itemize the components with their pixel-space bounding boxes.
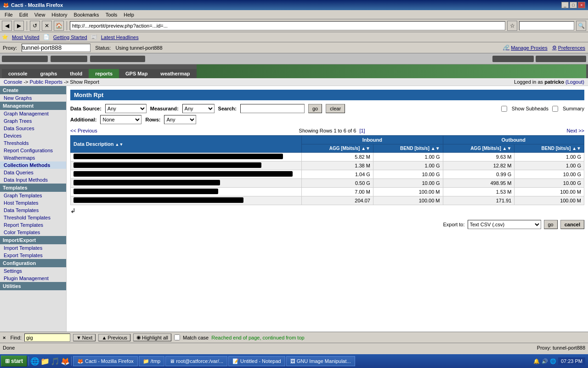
taskbar-gimp[interactable]: 🖼 GNU Image Manipulat...: [286, 356, 355, 366]
sidebar-item-weathermaps[interactable]: Weathermaps: [0, 154, 66, 161]
measureand-select[interactable]: Any: [182, 104, 215, 113]
stop-button[interactable]: ✕: [42, 21, 52, 31]
sidebar-item-report-templates[interactable]: Report Templates: [0, 221, 66, 229]
menu-file[interactable]: File: [2, 12, 16, 18]
menu-tools[interactable]: Tools: [103, 12, 120, 18]
sidebar-section-create[interactable]: Create: [0, 86, 66, 94]
forward-button[interactable]: ▶: [14, 21, 24, 31]
search-go-button[interactable]: 🔍: [576, 21, 586, 31]
find-input[interactable]: [24, 334, 70, 342]
sidebar-item-new-graphs[interactable]: New Graphs: [0, 94, 66, 102]
start-button[interactable]: ⊞ start: [1, 356, 27, 367]
sidebar-item-graph-management[interactable]: Graph Management: [0, 110, 66, 117]
sidebar-item-data-sources[interactable]: Data Sources: [0, 125, 66, 132]
tab-graphs[interactable]: graphs: [34, 69, 64, 78]
quicklaunch-firefox[interactable]: 🦊: [61, 357, 70, 366]
proxy-input[interactable]: [22, 44, 90, 52]
manage-proxies-link[interactable]: 🔗 Manage Proxies: [503, 45, 548, 51]
logout-link[interactable]: (Logout): [565, 79, 584, 85]
next-link[interactable]: Next >>: [566, 128, 584, 133]
reload-button[interactable]: ↺: [30, 21, 40, 31]
highlight-all-button[interactable]: ◉ Highlight all: [133, 334, 171, 341]
sidebar-item-thresholds[interactable]: Thresholds: [0, 139, 66, 147]
sidebar-section-templates[interactable]: Templates: [0, 184, 66, 192]
sidebar-item-host-templates[interactable]: Host Templates: [0, 199, 66, 207]
quicklaunch-folder[interactable]: 📁: [40, 357, 50, 366]
cell-agg-out: 9.63 M: [443, 153, 514, 161]
minimize-button[interactable]: _: [561, 2, 569, 8]
maximize-button[interactable]: □: [570, 2, 577, 8]
sidebar-item-collection-methods[interactable]: Collection Methods: [0, 161, 66, 169]
summary-checkbox[interactable]: [552, 106, 558, 112]
search-box[interactable]: [519, 21, 574, 30]
additional-select[interactable]: None: [100, 115, 141, 124]
sort-description-icon[interactable]: ▲▼: [115, 142, 123, 147]
taskbar-firefox[interactable]: 🦊 Cacti - Mozilla Firefox: [73, 356, 138, 366]
sidebar-item-graph-templates[interactable]: Graph Templates: [0, 192, 66, 199]
menu-bookmarks[interactable]: Bookmarks: [71, 12, 102, 18]
sidebar-item-data-input-methods[interactable]: Data Input Methods: [0, 176, 66, 184]
export-go-button[interactable]: go: [544, 220, 558, 229]
preferences-link[interactable]: ⚙ Preferences: [552, 45, 585, 51]
tab-thold[interactable]: thold: [63, 69, 89, 78]
find-prev-button[interactable]: ▲ Previous: [98, 334, 130, 341]
sidebar-item-report-configs[interactable]: Report Configurations: [0, 147, 66, 154]
clear-button[interactable]: clear: [326, 104, 345, 113]
find-next-button[interactable]: ▼ Next: [73, 334, 96, 341]
sidebar-section-import-export[interactable]: Import/Export: [0, 236, 66, 244]
prev-link[interactable]: << Previous: [70, 128, 97, 133]
sidebar-item-devices[interactable]: Devices: [0, 132, 66, 139]
bookmark-most-visited[interactable]: Most Visited: [12, 34, 40, 40]
sidebar-item-plugin-management[interactable]: Plugin Management: [0, 275, 66, 282]
breadcrumb-public-reports[interactable]: Public Reports: [30, 79, 63, 85]
data-source-select[interactable]: Any: [105, 104, 147, 113]
th-bend-in[interactable]: BEND [bits/s] ▲▼: [373, 144, 443, 153]
menu-view[interactable]: View: [32, 12, 48, 18]
sidebar-section-utilities[interactable]: Utilities: [0, 282, 66, 290]
sidebar-item-data-queries[interactable]: Data Queries: [0, 169, 66, 176]
menu-history[interactable]: History: [49, 12, 70, 18]
back-button[interactable]: ◀: [2, 21, 12, 31]
taskbar-notepad[interactable]: 📝 Untitled - Notepad: [228, 356, 285, 366]
tab-console[interactable]: console: [2, 69, 34, 78]
breadcrumb-console[interactable]: Console: [4, 79, 22, 85]
sidebar-item-graph-trees[interactable]: Graph Trees: [0, 117, 66, 125]
tab-weathermap[interactable]: weathermap: [154, 69, 196, 78]
sidebar-section-configuration[interactable]: Configuration: [0, 259, 66, 267]
export-select[interactable]: Text CSV (.csv) XML HTML: [468, 220, 541, 229]
home-button[interactable]: 🏠: [54, 21, 64, 31]
sidebar-item-data-templates[interactable]: Data Templates: [0, 207, 66, 214]
star-button[interactable]: ☆: [507, 21, 517, 31]
th-description[interactable]: Data Description ▲▼: [71, 136, 302, 153]
sidebar-item-color-templates[interactable]: Color Templates: [0, 229, 66, 236]
th-bend-out[interactable]: BEND [bits/s] ▲▼: [514, 144, 584, 153]
quicklaunch-ie[interactable]: 🌐: [30, 357, 40, 366]
menu-edit[interactable]: Edit: [17, 12, 31, 18]
search-input[interactable]: [240, 104, 305, 113]
bookmark-getting-started[interactable]: Getting Started: [53, 34, 87, 40]
tab-gps-map[interactable]: GPS Map: [119, 69, 154, 78]
th-agg-in[interactable]: AGG [Mbits/s] ▲▼: [302, 144, 373, 153]
bookmark-latest-headlines[interactable]: Latest Headlines: [101, 34, 139, 40]
sidebar-item-import-templates[interactable]: Import Templates: [0, 244, 66, 252]
tab-reports[interactable]: reports: [89, 69, 119, 78]
additional-label: Additional:: [70, 117, 96, 122]
show-subheads-checkbox[interactable]: [501, 106, 507, 112]
sidebar-item-threshold-templates[interactable]: Threshold Templates: [0, 214, 66, 221]
export-cancel-button[interactable]: cancel: [560, 220, 584, 229]
go-button[interactable]: go: [308, 104, 322, 113]
menu-help[interactable]: Help: [121, 12, 137, 18]
close-button[interactable]: ×: [578, 2, 585, 8]
sidebar-item-settings[interactable]: Settings: [0, 267, 66, 275]
sidebar-item-export-templates[interactable]: Export Templates: [0, 252, 66, 259]
address-bar[interactable]: [70, 21, 505, 30]
rows-select[interactable]: Any: [164, 115, 196, 124]
find-close-button[interactable]: ×: [3, 335, 6, 340]
sidebar-section-management[interactable]: Management: [0, 102, 66, 110]
quicklaunch-media[interactable]: 🎵: [51, 357, 60, 366]
th-agg-out[interactable]: AGG [Mbits/s] ▲▼: [443, 144, 514, 153]
taskbar-tmp[interactable]: 📁 /tmp: [139, 356, 164, 366]
match-case-checkbox[interactable]: [174, 334, 180, 340]
page-1-link[interactable]: [1]: [359, 128, 365, 133]
taskbar-terminal[interactable]: 🖥 root@catforce:/var/...: [165, 356, 227, 366]
